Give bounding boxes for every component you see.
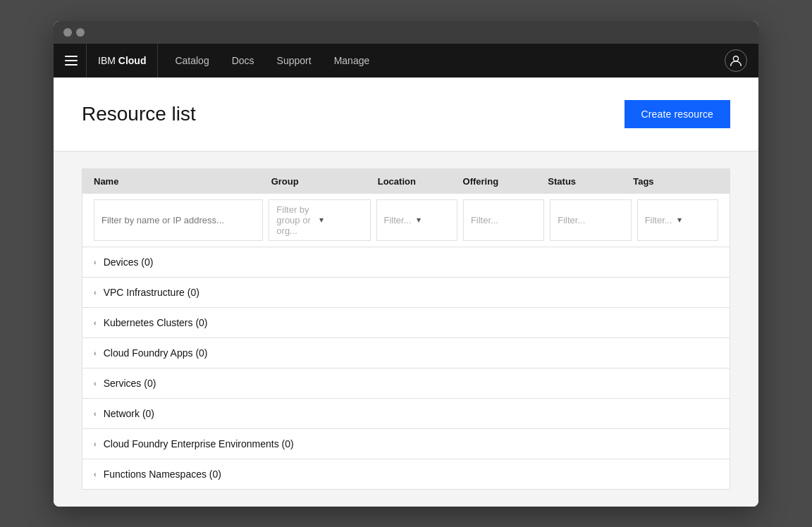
category-label-network: Network (0) xyxy=(104,408,154,419)
filter-tags-select[interactable]: Filter... ▾ xyxy=(637,199,718,241)
filter-name-input[interactable] xyxy=(94,199,263,241)
filter-status-select[interactable]: Filter... xyxy=(550,199,631,241)
col-location: Location xyxy=(378,176,463,187)
chevron-icon-cloudfoundry: ‹ xyxy=(94,349,97,357)
category-row-network[interactable]: ‹ Network (0) xyxy=(82,399,730,429)
chevron-icon-services: ‹ xyxy=(94,379,97,388)
table-section: Name Group Location Offering Status Tags… xyxy=(54,151,758,507)
browser-dot-2 xyxy=(76,28,85,37)
category-label-services: Services (0) xyxy=(104,378,156,389)
chevron-down-icon-tags: ▾ xyxy=(677,215,710,225)
category-row-cloudfoundry[interactable]: ‹ Cloud Foundry Apps (0) xyxy=(82,338,730,368)
chevron-icon-functions: ‹ xyxy=(94,470,97,478)
filter-tags-label: Filter... xyxy=(645,215,678,225)
category-label-kubernetes: Kubernetes Clusters (0) xyxy=(104,317,208,328)
svg-rect-2 xyxy=(65,64,78,66)
col-group: Group xyxy=(271,176,378,187)
nav-link-docs[interactable]: Docs xyxy=(221,44,266,78)
category-label-cfee: Cloud Foundry Enterprise Environments (0… xyxy=(104,438,294,450)
browser-chrome xyxy=(54,21,758,44)
category-label-cloudfoundry: Cloud Foundry Apps (0) xyxy=(104,347,208,359)
category-row-devices[interactable]: ‹ Devices (0) xyxy=(82,247,730,278)
table-header-row: Name Group Location Offering Status Tags xyxy=(82,169,730,194)
category-row-cfee[interactable]: ‹ Cloud Foundry Enterprise Environments … xyxy=(82,429,730,459)
category-label-devices: Devices (0) xyxy=(104,256,154,268)
nav-links: Catalog Docs Support Manage xyxy=(158,44,725,78)
nav-link-catalog[interactable]: Catalog xyxy=(164,44,220,78)
filter-offering-label: Filter... xyxy=(471,215,536,225)
chevron-icon-vpc: ‹ xyxy=(94,288,97,297)
brand-text: IBM Cloud xyxy=(98,55,146,66)
chevron-down-icon: ▾ xyxy=(319,215,362,225)
category-row-functions[interactable]: ‹ Functions Namespaces (0) xyxy=(82,459,730,489)
hamburger-icon[interactable] xyxy=(65,56,86,66)
category-row-services[interactable]: ‹ Services (0) xyxy=(82,368,730,399)
col-status: Status xyxy=(548,176,633,187)
filter-group-label: Filter by group or org... xyxy=(276,204,319,236)
nav-link-manage[interactable]: Manage xyxy=(323,44,381,78)
chevron-icon-devices: ‹ xyxy=(94,258,97,266)
resource-table: Name Group Location Offering Status Tags… xyxy=(82,168,730,490)
navbar: IBM Cloud Catalog Docs Support Manage xyxy=(54,44,758,78)
svg-rect-0 xyxy=(65,56,78,57)
col-name: Name xyxy=(94,176,271,187)
categories-list: ‹ Devices (0) ‹ VPC Infrastructure (0) ‹… xyxy=(82,247,730,489)
filter-status-label: Filter... xyxy=(558,215,623,225)
chevron-icon-cfee: ‹ xyxy=(94,440,97,448)
category-label-functions: Functions Namespaces (0) xyxy=(104,469,221,480)
col-offering: Offering xyxy=(463,176,548,187)
category-label-vpc: VPC Infrastructure (0) xyxy=(104,287,199,298)
svg-point-3 xyxy=(733,56,738,61)
filter-group-select[interactable]: Filter by group or org... ▾ xyxy=(269,199,370,241)
page-header: Resource list Create resource xyxy=(54,78,758,151)
user-icon[interactable] xyxy=(725,49,747,72)
svg-rect-1 xyxy=(65,60,78,61)
filter-location-label: Filter... xyxy=(384,215,417,225)
browser-window: IBM Cloud Catalog Docs Support Manage Re… xyxy=(54,21,758,507)
category-row-kubernetes[interactable]: ‹ Kubernetes Clusters (0) xyxy=(82,308,730,338)
chevron-down-icon-location: ▾ xyxy=(417,215,450,225)
chevron-icon-network: ‹ xyxy=(94,409,97,418)
page-title: Resource list xyxy=(82,103,196,125)
main-content: Resource list Create resource Name Group… xyxy=(54,78,758,507)
nav-link-support[interactable]: Support xyxy=(266,44,323,78)
filter-row: Filter by group or org... ▾ Filter... ▾ … xyxy=(82,194,730,247)
brand-logo[interactable]: IBM Cloud xyxy=(86,44,158,78)
chevron-icon-kubernetes: ‹ xyxy=(94,318,97,327)
browser-dot-1 xyxy=(63,28,72,37)
create-resource-button[interactable]: Create resource xyxy=(625,100,730,128)
col-tags: Tags xyxy=(633,176,718,187)
category-row-vpc[interactable]: ‹ VPC Infrastructure (0) xyxy=(82,278,730,308)
filter-offering-select[interactable]: Filter... xyxy=(463,199,544,241)
filter-location-select[interactable]: Filter... ▾ xyxy=(376,199,457,241)
